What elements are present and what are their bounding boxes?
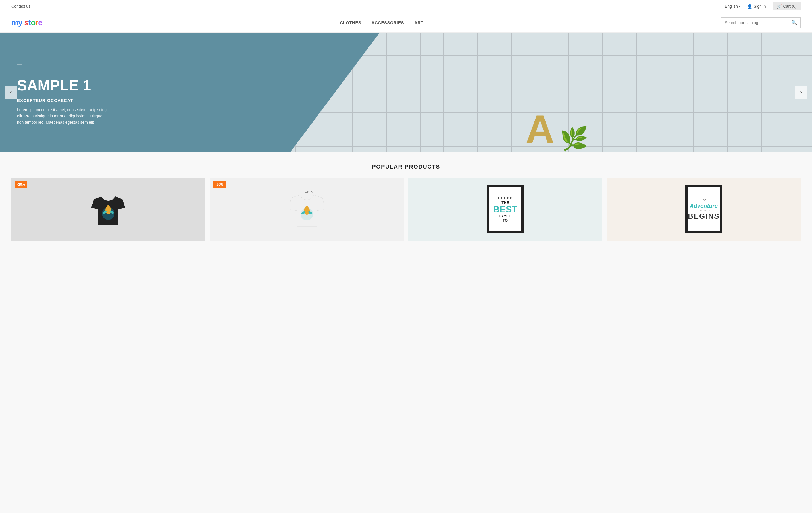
search-input[interactable]	[725, 21, 791, 25]
carousel-next-button[interactable]: ›	[795, 86, 808, 99]
product-image	[11, 178, 205, 241]
hero-description: Lorem ipsum dolor sit amet, consectetur …	[17, 107, 108, 126]
product-card[interactable]: The Adventure · · · · · · · · · · BEGINS	[607, 178, 801, 241]
main-nav: CLOTHES ACCESSORIES ART	[340, 20, 423, 25]
cart-icon: 🛒	[777, 4, 782, 8]
poster-best: BEST	[493, 205, 517, 214]
nav-item-art[interactable]: ART	[414, 20, 423, 25]
carousel-prev-button[interactable]: ‹	[4, 86, 17, 99]
tshirt-white-svg	[290, 191, 324, 228]
plant-decoration: 🌿	[560, 126, 588, 152]
poster-mock-cream: The Adventure · · · · · · · · · · BEGINS	[685, 185, 722, 234]
product-image: ▶ ▶ ▶ ▶ ▶ THE BEST IS YET TO	[408, 178, 602, 241]
cart-button[interactable]: 🛒 Cart (0)	[773, 2, 801, 10]
product-card[interactable]: -20%	[210, 178, 404, 241]
poster-adventure: Adventure	[690, 203, 718, 209]
poster-dots: · · · · · · · · · ·	[698, 209, 710, 212]
language-label: English	[725, 4, 738, 8]
user-icon: 👤	[747, 4, 752, 8]
logo-my: my	[11, 18, 24, 27]
logo-r: r	[35, 18, 38, 27]
logo-o: o	[31, 18, 35, 27]
nav-item-clothes[interactable]: CLOTHES	[340, 20, 361, 25]
nav-item-accessories[interactable]: ACCESSORIES	[371, 20, 404, 25]
logo-t: t	[28, 18, 31, 27]
poster-to: TO	[502, 218, 508, 222]
popular-products-section: POPULAR PRODUCTS -20% -20%	[0, 152, 812, 252]
poster-begins: BEGINS	[688, 212, 720, 221]
product-image: The Adventure · · · · · · · · · · BEGINS	[607, 178, 801, 241]
poster-is-yet: IS YET	[499, 214, 511, 218]
language-selector[interactable]: English ▾	[725, 4, 741, 8]
sign-in-button[interactable]: 👤 Sign in	[747, 4, 766, 8]
tshirt-dark-svg	[91, 191, 125, 228]
search-icon[interactable]: 🔍	[791, 20, 797, 25]
top-bar-right: English ▾ 👤 Sign in 🛒 Cart (0)	[725, 2, 801, 10]
contact-us-link[interactable]: Contact us	[11, 4, 30, 8]
header: my store CLOTHES ACCESSORIES ART 🔍	[0, 13, 812, 33]
hero-carousel: SAMPLE 1 EXCEPTEUR OCCAECAT Lorem ipsum …	[0, 33, 812, 152]
product-card[interactable]: ▶ ▶ ▶ ▶ ▶ THE BEST IS YET TO	[408, 178, 602, 241]
product-card[interactable]: -20%	[11, 178, 205, 241]
sign-in-label: Sign in	[754, 4, 766, 8]
top-bar: Contact us English ▾ 👤 Sign in 🛒 Cart (0…	[0, 0, 812, 13]
poster-mock-teal: ▶ ▶ ▶ ▶ ▶ THE BEST IS YET TO	[487, 185, 524, 234]
poster-the-label: The	[701, 198, 706, 201]
logo[interactable]: my store	[11, 18, 42, 27]
discount-badge: -20%	[15, 182, 27, 188]
popular-products-title: POPULAR PRODUCTS	[11, 163, 801, 170]
logo-e: e	[38, 18, 42, 27]
poster-arrows: ▶ ▶ ▶ ▶ ▶	[498, 196, 513, 199]
svg-point-11	[306, 206, 308, 210]
letter-a-decoration: A	[526, 109, 554, 149]
logo-s: s	[24, 18, 28, 27]
hero-decoration-icon	[17, 59, 28, 71]
product-image	[210, 178, 404, 241]
hero-decorations: A 🌿	[313, 33, 801, 152]
products-grid: -20% -20%	[11, 178, 801, 241]
cart-label: Cart (0)	[783, 4, 797, 8]
svg-point-6	[107, 205, 110, 210]
search-bar: 🔍	[721, 17, 801, 28]
discount-badge: -20%	[213, 182, 226, 188]
chevron-down-icon: ▾	[739, 5, 741, 8]
